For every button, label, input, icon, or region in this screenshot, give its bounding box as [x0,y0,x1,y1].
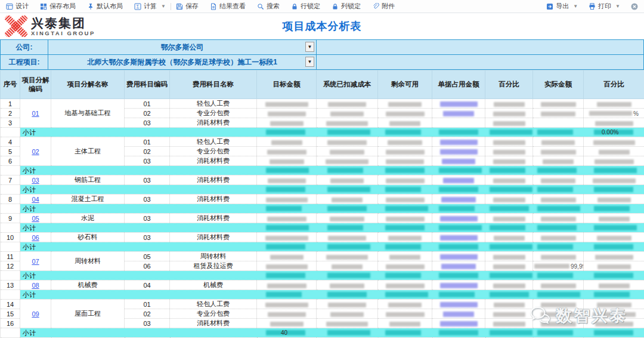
amount-cell [317,233,378,242]
row-seq [1,204,20,214]
amount-cell [533,309,584,319]
redacted-value [597,236,631,241]
amount-cell [378,175,432,185]
breakdown-code-link[interactable]: 05 [32,215,39,222]
redacted-value [270,159,304,164]
toolbar-result-view-button[interactable]: 结果查看 [210,2,246,11]
redacted-subtotal-value [266,244,305,249]
redacted-subtotal-value [490,330,532,335]
subtotal-band: 小计 [20,185,644,195]
redacted-value [595,322,633,326]
toolbar-design-button[interactable]: 设计 [6,2,29,11]
amount-cell [317,261,378,271]
redacted-value [266,198,308,202]
column-header: 百分比 [584,70,644,99]
amount-cell [584,261,644,271]
breakdown-code-link[interactable]: 09 [32,310,39,318]
redacted-value [493,198,525,202]
breakdown-code-link[interactable]: 04 [32,196,39,203]
redacted-value [328,303,366,307]
redacted-value [332,264,363,269]
toolbar-export-button[interactable]: 导出▼ [546,2,578,11]
amount-cell [378,252,432,261]
table-row: 402主体工程01轻包人工费 [1,137,644,147]
chevron-down-icon[interactable]: ▼ [615,4,620,9]
breakdown-code-cell: 01 [20,99,51,128]
chevron-down-icon[interactable]: ▼ [573,4,578,9]
redacted-subtotal-value [537,130,573,135]
breakdown-code-link[interactable]: 02 [32,148,39,155]
toolbar-save-layout-button[interactable]: 保存布局 [40,2,76,11]
toolbar-calculate-button[interactable]: Σ计算▼ [134,2,166,11]
company-select[interactable]: 鄂尔多斯公司 ▼ [48,40,317,55]
redacted-value [326,322,368,326]
redacted-value [494,102,525,107]
redacted-subtotal-value [266,225,309,230]
redacted-subtotal-value [594,244,633,249]
amount-cell [533,319,584,328]
toolbar-row-lock-button[interactable]: 行锁定 [291,2,320,11]
fee-code-cell: 03 [125,156,170,166]
breakdown-name-cell: 钢筋工程 [51,175,125,185]
subtotal-band: 小计 [20,290,644,300]
toolbar-label: 附件 [382,2,395,11]
project-value: 北师大鄂尔多斯附属学校（鄂尔多斯足球学校）施工一标段1 [87,58,277,66]
fee-name-cell: 轻包人工费 [170,99,257,109]
redacted-subtotal-value [537,168,577,173]
toolbar-close-button[interactable] [631,3,638,10]
toolbar-save-button[interactable]: 保存 [176,2,199,11]
redacted-value [541,236,576,241]
chevron-down-icon[interactable]: ▼ [161,4,166,9]
amount-cell [257,147,317,156]
amount-cell [485,195,533,204]
redacted-value [330,284,364,288]
redacted-subtotal-value [327,206,367,211]
redacted-value [541,284,576,288]
column-header: 单据占用金额 [432,70,485,99]
fee-name-cell: 专业分包费 [170,309,257,319]
toolbar-search-button[interactable]: 搜索 [257,2,280,11]
toolbar-attachment-button[interactable]: 附件 [372,2,395,11]
breakdown-name-cell: 周转材料 [51,252,125,271]
header-band: 兴泰集团 XINGTAI GROUP 项目成本分析表 [0,13,644,39]
toolbar-col-lock-button[interactable]: 列锁定 [332,2,361,11]
breakdown-code-link[interactable]: 06 [32,234,39,241]
amount-cell [584,252,644,261]
redacted-subtotal-value [385,168,425,173]
redacted-subtotal-value [266,273,305,278]
redacted-subtotal-value [385,130,421,135]
toolbar-default-layout-button[interactable]: 默认布局 [87,2,123,11]
row-seq: 7 [1,175,20,185]
fee-name-cell: 消耗材料费 [170,118,257,128]
toolbar-print-button[interactable]: 打印▼ [589,2,620,11]
redacted-value [326,121,368,126]
redacted-subtotal-value [594,273,633,278]
breakdown-name-cell: 屋面工程 [51,300,125,328]
fee-code-cell: 03 [125,319,170,328]
amount-cell [317,195,378,204]
redacted-value [541,217,576,221]
page-title: 项目成本分析表 [0,19,644,33]
fee-code-cell: 03 [125,195,170,204]
amount-cell [584,99,644,109]
project-select[interactable]: 北师大鄂尔多斯附属学校（鄂尔多斯足球学校）施工一标段1 ▼ [48,55,317,70]
redacted-value [494,236,525,241]
project-filter-icon[interactable]: ▼ [305,57,314,67]
breakdown-code-link[interactable]: 07 [32,258,39,265]
amount-cell [257,214,317,223]
row-seq: 2 [1,109,20,118]
amount-cell [485,319,533,328]
calculate-icon: Σ [134,3,141,10]
redacted-subtotal-value [490,187,532,192]
redacted-value [441,197,476,202]
breakdown-code-link[interactable]: 01 [32,110,39,117]
redacted-value [443,312,474,317]
redacted-subtotal-value [327,244,370,249]
breakdown-code-link[interactable]: 03 [32,177,39,184]
redacted-value [386,312,425,317]
export-icon [546,3,553,10]
company-filter-icon[interactable]: ▼ [305,42,314,52]
redacted-value [330,150,364,155]
breakdown-code-link[interactable]: 08 [32,282,39,289]
search-icon [257,3,264,10]
